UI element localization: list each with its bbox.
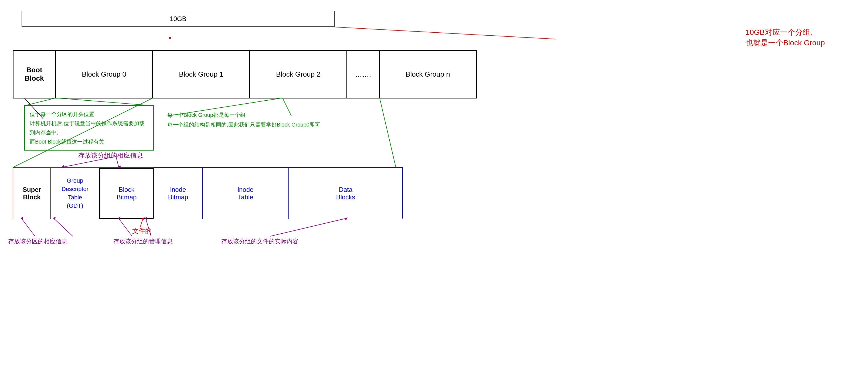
main-block-row: BootBlock Block Group 0 Block Group 1 Bl… (13, 50, 477, 98)
top-box-label: 10GB (170, 15, 186, 23)
green-right-text: 每一个Block Group都是每一个组 每一个组的结构是相同的,因此我们只需要… (167, 110, 320, 129)
bottom-detail-row: SuperBlock GroupDescriptorTable(GDT) Blo… (13, 167, 403, 218)
green-right-line2: 每一个组的结构是相同的,因此我们只需要学好Block Group0即可 (167, 120, 320, 129)
block-group-dots: ……. (347, 50, 380, 98)
super-block: SuperBlock (13, 168, 51, 219)
block-group-2: Block Group 2 (250, 50, 347, 98)
ann-actual-content: 存放该分组的文件的实际内容 (221, 238, 299, 246)
svg-line-21 (140, 218, 143, 226)
green-right-line1: 每一个Block Group都是每一个组 (167, 110, 320, 120)
ann-super-partition: 存放该分区的相应信息 (8, 238, 67, 246)
svg-line-0 (335, 27, 556, 39)
green-annotation-box: 位于每一个分区的开头位置 计算机开机后,位于磁盘当中的操作系统需要加载到内存当中… (24, 105, 154, 151)
ann-management: 存放该分组的管理信息 (113, 238, 173, 246)
svg-line-19 (119, 218, 132, 236)
right-annotation-line2: 也就是一个Block Group (745, 37, 825, 48)
svg-line-23 (270, 218, 345, 236)
ann-file-label: 文件的 (132, 226, 152, 235)
data-blocks: DataBlocks (289, 168, 402, 219)
block-group-1: Block Group 1 (153, 50, 250, 98)
svg-line-8 (380, 98, 396, 167)
svg-line-13 (22, 218, 35, 236)
green-line3: 而Boot Block就跟这一过程有关 (30, 137, 148, 146)
right-annotation-line1: 10GB对应一个分组, (745, 27, 825, 37)
block-group-n: Block Group n (380, 50, 477, 98)
green-line2: 计算机开机后,位于磁盘当中的操作系统需要加载到内存当中, (30, 119, 148, 137)
block-group-0: Block Group 0 (56, 50, 153, 98)
svg-line-4 (56, 98, 154, 106)
inode-table: inodeTable (203, 168, 289, 219)
diagram-container: 10GB 10GB对应一个分组, 也就是一个Block Group BootBl… (0, 0, 868, 368)
boot-block: BootBlock (13, 50, 56, 98)
svg-line-3 (24, 98, 56, 106)
purple-top-annotation: 存放该分组的相应信息 (78, 151, 143, 160)
inode-bitmap: inodeBitmap (154, 168, 203, 219)
svg-point-1 (169, 37, 171, 39)
group-descriptor: GroupDescriptorTable(GDT) (51, 168, 99, 219)
block-bitmap: BlockBitmap (99, 168, 154, 219)
top-10gb-box: 10GB (22, 11, 335, 27)
right-annotation: 10GB对应一个分组, 也就是一个Block Group (745, 27, 825, 48)
svg-line-15 (54, 218, 73, 236)
green-line1: 位于每一个分区的开头位置 (30, 110, 148, 119)
